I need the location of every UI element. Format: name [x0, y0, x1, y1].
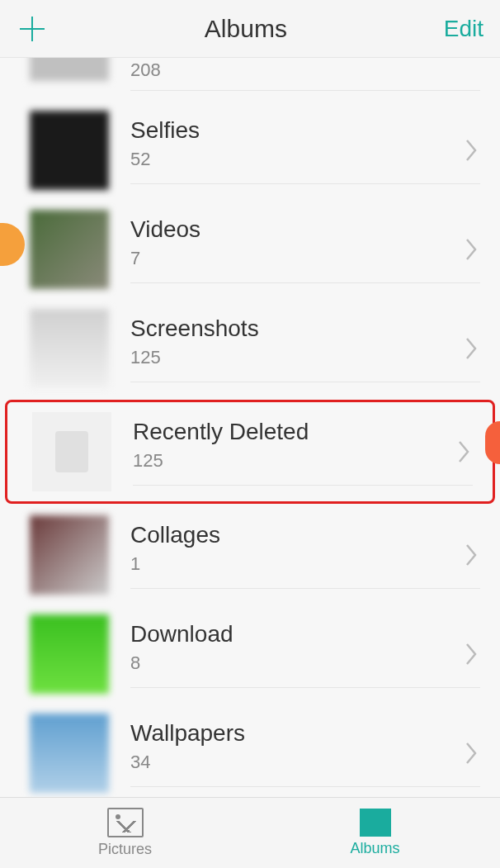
album-row[interactable]: Selfies 52	[0, 101, 500, 200]
album-row[interactable]: Screenshots 125	[0, 299, 500, 398]
chevron-right-icon	[465, 543, 479, 567]
album-info: Videos 7	[130, 216, 480, 283]
album-count: 125	[133, 450, 473, 472]
album-thumbnail	[30, 111, 109, 190]
album-thumbnail	[30, 614, 109, 694]
album-count: 1	[130, 553, 480, 575]
trash-icon	[55, 431, 88, 472]
album-thumbnail	[30, 58, 109, 81]
chevron-right-icon	[458, 440, 471, 463]
chevron-right-icon	[465, 742, 479, 765]
album-thumbnail	[30, 714, 109, 793]
floating-badge-right[interactable]	[485, 421, 500, 464]
album-list: 208 Selfies 52 Videos 7 Screenshots 125 …	[0, 58, 500, 797]
album-name: Download	[130, 621, 480, 647]
album-name: Videos	[130, 216, 480, 243]
chevron-right-icon	[465, 337, 479, 360]
album-thumbnail	[30, 309, 109, 388]
album-count: 125	[130, 347, 480, 368]
album-row-recently-deleted[interactable]: Recently Deleted 125	[5, 400, 495, 504]
album-thumbnail	[30, 515, 109, 595]
albums-icon	[360, 809, 391, 837]
album-info: Wallpapers 34	[130, 720, 480, 787]
album-info: Recently Deleted 125	[133, 419, 473, 486]
album-count: 8	[130, 652, 480, 674]
album-info: Download 8	[130, 621, 480, 688]
album-row[interactable]: Wallpapers 34	[0, 704, 500, 797]
album-name: Wallpapers	[130, 720, 480, 747]
album-row[interactable]: Videos 7	[0, 200, 500, 299]
album-info: Selfies 52	[130, 117, 480, 184]
album-row[interactable]: Download 8	[0, 605, 500, 704]
nav-tab-pictures[interactable]: Pictures	[0, 798, 250, 868]
nav-label: Pictures	[98, 841, 152, 858]
album-row[interactable]: 208	[0, 58, 500, 101]
nav-label: Albums	[350, 840, 399, 857]
album-name: Recently Deleted	[133, 419, 473, 445]
header-bar: Albums Edit	[0, 0, 500, 58]
album-name: Screenshots	[130, 315, 480, 342]
album-count: 34	[130, 752, 480, 773]
album-info: Screenshots 125	[130, 315, 480, 382]
chevron-right-icon	[465, 643, 479, 666]
album-count: 52	[130, 149, 480, 170]
album-row[interactable]: Collages 1	[0, 505, 500, 605]
album-name: Collages	[130, 522, 480, 548]
album-name: Selfies	[130, 117, 480, 144]
album-info: 208	[130, 58, 480, 91]
album-thumbnail	[32, 412, 111, 491]
add-icon[interactable]	[17, 13, 48, 45]
page-title: Albums	[205, 15, 287, 43]
album-info: Collages 1	[130, 522, 480, 589]
chevron-right-icon	[465, 238, 479, 261]
chevron-right-icon	[465, 139, 479, 162]
album-count: 7	[130, 248, 480, 269]
album-count: 208	[130, 59, 480, 81]
bottom-nav: Pictures Albums	[0, 797, 500, 868]
album-thumbnail	[30, 210, 109, 289]
nav-tab-albums[interactable]: Albums	[250, 798, 500, 868]
pictures-icon	[107, 808, 144, 837]
edit-button[interactable]: Edit	[444, 16, 483, 42]
